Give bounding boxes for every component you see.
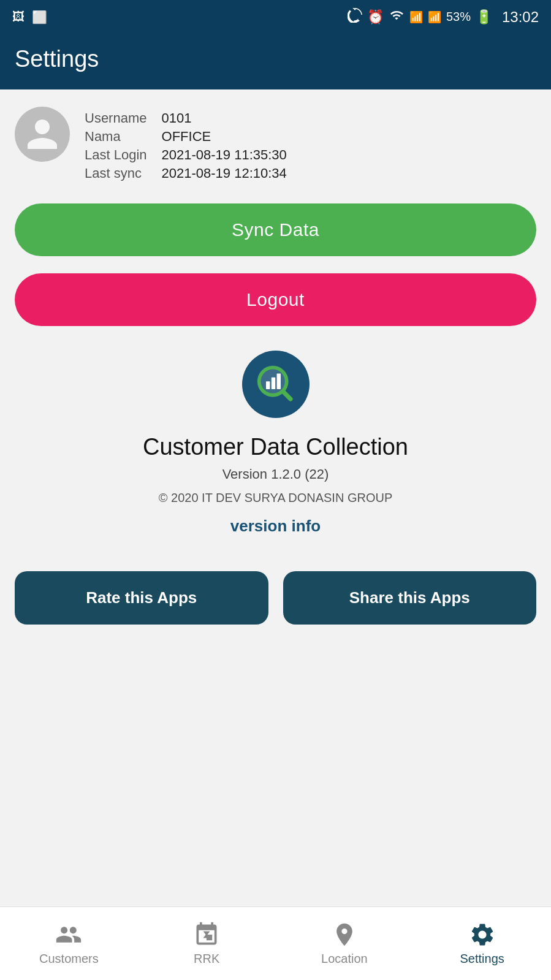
rate-button[interactable]: Rate this Apps — [15, 571, 268, 625]
app-logo-icon — [251, 360, 300, 409]
battery-percent: 53% — [446, 10, 471, 24]
share-button[interactable]: Share this Apps — [283, 571, 537, 625]
lastlogin-value: 2021-08-19 11:35:30 — [162, 147, 287, 163]
nav-settings-label: Settings — [460, 952, 504, 966]
customers-icon — [55, 921, 82, 948]
app-name: Customer Data Collection — [143, 434, 408, 460]
rotate-icon — [348, 8, 362, 26]
bottom-nav: Customers RRK Location Settings — [0, 906, 551, 980]
lastsync-label: Last sync — [85, 165, 147, 181]
screen-icon: ⬜ — [32, 10, 47, 25]
app-copyright: © 2020 IT DEV SURYA DONASIN GROUP — [159, 488, 393, 507]
logout-button[interactable]: Logout — [15, 273, 536, 326]
location-icon — [331, 921, 358, 948]
nav-customers[interactable]: Customers — [0, 907, 138, 980]
nav-location-label: Location — [321, 952, 368, 966]
settings-header: Settings — [0, 34, 551, 89]
username-label: Username — [85, 110, 147, 126]
svg-rect-3 — [271, 378, 275, 389]
app-version: Version 1.2.0 (22) — [222, 466, 329, 482]
nama-value: OFFICE — [162, 129, 287, 145]
username-value: 0101 — [162, 110, 287, 126]
nama-label: Nama — [85, 129, 147, 145]
nav-customers-label: Customers — [39, 952, 99, 966]
person-icon — [24, 116, 61, 153]
nav-location[interactable]: Location — [276, 907, 414, 980]
svg-rect-4 — [276, 373, 280, 389]
avatar — [15, 107, 70, 162]
signal1-icon: 📶 — [409, 10, 423, 24]
user-info-section: Username 0101 Nama OFFICE Last Login 202… — [15, 107, 536, 181]
sync-button[interactable]: Sync Data — [15, 203, 536, 256]
nav-rrk[interactable]: RRK — [138, 907, 276, 980]
lastsync-value: 2021-08-19 12:10:34 — [162, 165, 287, 181]
version-info-link[interactable]: version info — [230, 517, 321, 536]
signal2-icon: 📶 — [428, 10, 441, 24]
nav-settings[interactable]: Settings — [413, 907, 551, 980]
battery-icon: 🔋 — [476, 9, 492, 25]
settings-icon — [469, 921, 496, 948]
clock: 13:02 — [502, 9, 539, 26]
page-title: Settings — [15, 46, 536, 72]
svg-rect-2 — [266, 381, 270, 389]
svg-line-5 — [283, 392, 291, 399]
status-bar: 🖼 ⬜ ⏰ 📶 📶 53% 🔋 13:02 — [0, 0, 551, 34]
wifi-icon — [389, 9, 405, 26]
photo-icon: 🖼 — [12, 10, 25, 25]
user-details: Username 0101 Nama OFFICE Last Login 202… — [85, 107, 287, 181]
alarm-icon: ⏰ — [367, 9, 384, 25]
app-info-section: Customer Data Collection Version 1.2.0 (… — [15, 351, 536, 553]
app-icon — [242, 351, 310, 418]
nav-rrk-label: RRK — [194, 952, 219, 966]
action-buttons: Rate this Apps Share this Apps — [15, 571, 536, 625]
main-content: Username 0101 Nama OFFICE Last Login 202… — [0, 89, 551, 906]
lastlogin-label: Last Login — [85, 147, 147, 163]
rrk-icon — [193, 921, 220, 948]
